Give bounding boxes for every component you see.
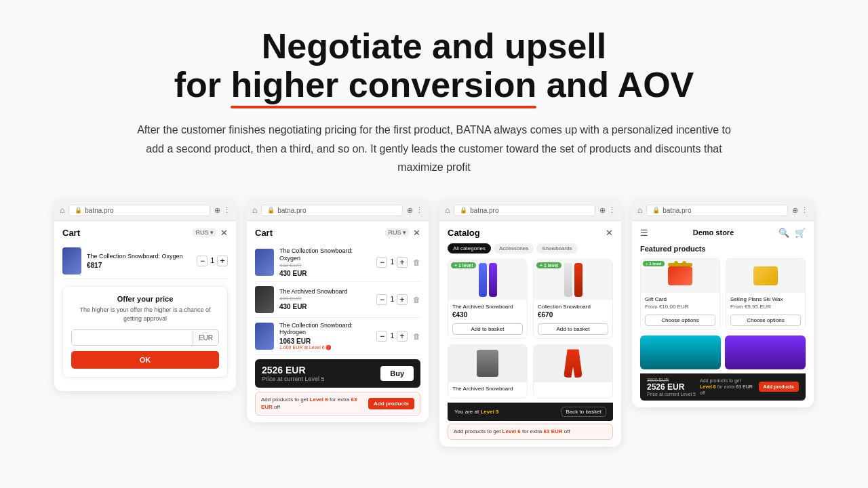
qty-minus-1-1[interactable]: − — [197, 256, 208, 266]
headline-section: Negotiate and upsell for higher conversi… — [174, 27, 694, 104]
offer-input[interactable] — [72, 330, 193, 345]
store-add-btn-4[interactable]: Add products — [759, 382, 800, 392]
catalog-header-3: Catalog ✕ — [448, 228, 613, 238]
catalog-title-3: Catalog — [448, 228, 480, 238]
store-title-4: Demo store — [693, 228, 734, 237]
browser-bar-3: ⌂ 🔒 batna.pro ⊕ ⋮ — [439, 201, 621, 221]
cart-panel-2: Cart RUS ▾ ✕ The Collection Snowboard: O… — [247, 221, 429, 422]
board-purple-3-1 — [489, 263, 497, 297]
product-img-3-4 — [534, 345, 612, 382]
cart-item-1-1: The Collection Snowboard: Oxygen €817 − … — [62, 243, 228, 279]
add-basket-btn-3-2[interactable]: Add to basket — [538, 323, 608, 335]
cart-header-2: Cart RUS ▾ ✕ — [255, 228, 420, 238]
offer-input-row: EUR — [71, 329, 219, 346]
cart-item-info-1-1: The Collection Snowboard: Oxygen €817 — [87, 253, 191, 269]
qty-control-2-3: − 1 + — [376, 331, 408, 342]
cart-item-info-2-3: The Collection Snowboard: Hydrogen 1063 … — [279, 322, 371, 351]
browser-url-3[interactable]: 🔒 batna.pro — [454, 205, 595, 216]
product-name-3-1: The Archived Snowboard — [452, 304, 523, 310]
qty-control-2-2: − 1 + — [376, 294, 408, 305]
store-product-4-2: Selling Plans Ski Wax From €9,95 EUR Cho… — [726, 258, 806, 330]
browser-url-1[interactable]: 🔒 batna.pro — [68, 205, 210, 216]
filter-all[interactable]: All categories — [448, 243, 491, 253]
qty-plus-2-1[interactable]: + — [397, 257, 408, 268]
card-1: ⌂ 🔒 batna.pro ⊕ ⋮ Cart RUS ▾ ✕ — [54, 201, 236, 391]
cart-controls-1: RUS ▾ ✕ — [193, 228, 228, 238]
choose-btn-4-2[interactable]: Choose options — [730, 314, 801, 326]
store-products-grid-4: + 1 level Gift Card From — [640, 258, 806, 330]
level-badge-4-1: + 1 level — [643, 261, 665, 266]
qty-num-2-3: 1 — [390, 332, 394, 340]
snowboard-row-preview — [640, 336, 806, 369]
cart-item-price-2-1: 430 EUR — [279, 270, 371, 277]
menu-icon-3: ⋮ — [608, 206, 616, 215]
snowboard-img-3-2 — [564, 263, 583, 297]
headline-line2: for higher conversion and AOV — [174, 66, 694, 104]
products-grid-3: + 1 level The Archived Snowboard €430 Ad… — [448, 259, 613, 399]
product-name-3-3: The Archived Snowboard — [452, 386, 523, 392]
choose-btn-4-1[interactable]: Choose options — [645, 314, 715, 326]
browser-actions-1: ⊕ ⋮ — [214, 206, 231, 215]
level-badge-3-2: + 1 level — [536, 262, 561, 268]
ok-button[interactable]: OK — [71, 351, 219, 369]
browser-url-4[interactable]: 🔒 batna.pro — [646, 205, 788, 216]
qty-plus-2-3[interactable]: + — [397, 331, 408, 342]
featured-title-4: Featured products — [640, 245, 806, 253]
buy-button-2[interactable]: Buy — [380, 366, 414, 381]
filter-accessories[interactable]: Accessories — [494, 243, 534, 253]
store-bottom-bar-4: 3800 EUR 2526 EUR Price at current Level… — [640, 373, 806, 401]
url-text-3: batna.pro — [470, 207, 498, 214]
store-nav-4: ☰ Demo store 🔍 🛒 — [640, 228, 806, 238]
cart-item-price-1-1: €817 — [87, 262, 191, 269]
lang-badge-1: RUS ▾ — [193, 228, 216, 237]
cart-icon-4[interactable]: 🛒 — [795, 228, 806, 238]
headline-aov: and AOV — [536, 65, 694, 104]
trash-icon-2-1[interactable]: 🗑 — [413, 258, 420, 266]
card-4: ⌂ 🔒 batna.pro ⊕ ⋮ ☰ Demo store 🔍 🛒 — [632, 201, 814, 407]
qty-minus-2-2[interactable]: − — [376, 294, 387, 305]
close-btn-1[interactable]: ✕ — [220, 228, 228, 238]
trash-icon-2-2[interactable]: 🗑 — [413, 296, 420, 304]
add-basket-btn-3-1[interactable]: Add to basket — [452, 323, 523, 335]
board-blue-3-1 — [479, 263, 487, 297]
cart-item-price-2-3: 1063 EUR — [279, 338, 371, 345]
tab-count-2: ⊕ — [407, 206, 413, 215]
cart-item-2-1: The Collection Snowboard: Oxygen 430 EUR… — [255, 243, 420, 282]
qty-plus-2-2[interactable]: + — [397, 294, 408, 305]
qty-minus-2-3[interactable]: − — [376, 331, 387, 342]
upsell-bar-2: Add products to get Level 6 for extra 63… — [255, 392, 420, 415]
tab-count-1: ⊕ — [214, 206, 220, 215]
card-3: ⌂ 🔒 batna.pro ⊕ ⋮ Catalog ✕ All categori… — [439, 201, 621, 447]
cart-item-name-2-2: The Archived Snowboard — [279, 288, 371, 296]
product-img-2-3 — [255, 323, 274, 350]
qty-plus-1-1[interactable]: + — [217, 256, 228, 266]
url-text-2: batna.pro — [277, 207, 306, 214]
trash-icon-2-3[interactable]: 🗑 — [413, 332, 420, 340]
level-bar-3: You are at Level 5 Back to basket — [448, 403, 613, 421]
store-panel-4: ☰ Demo store 🔍 🛒 Featured products + 1 l… — [632, 221, 814, 407]
cart-total-label-2: Price at current Level 5 — [262, 375, 325, 382]
back-to-basket-btn-3[interactable]: Back to basket — [561, 407, 606, 417]
hamburger-icon-4[interactable]: ☰ — [640, 228, 648, 238]
product-img-3-1: + 1 level — [448, 260, 527, 300]
product-info-3-4 — [534, 382, 612, 392]
cart-item-name-1-1: The Collection Snowboard: Oxygen — [87, 253, 191, 260]
product-card-3-1: + 1 level The Archived Snowboard €430 Ad… — [448, 259, 528, 339]
cart-panel-1: Cart RUS ▾ ✕ The Collection Snowboard: O… — [54, 221, 236, 391]
headline-for: for — [174, 65, 231, 104]
filter-tabs-3: All categories Accessories Snowboards — [448, 243, 613, 253]
filter-snowboards[interactable]: Snowboards — [536, 243, 577, 253]
search-icon-4[interactable]: 🔍 — [778, 228, 789, 238]
home-icon-4: ⌂ — [637, 205, 642, 215]
close-btn-2[interactable]: ✕ — [413, 228, 420, 238]
headline-highlight: higher conversion — [231, 66, 536, 104]
product-img-2-2 — [255, 286, 274, 313]
browser-url-2[interactable]: 🔒 batna.pro — [261, 205, 403, 216]
url-text-1: batna.pro — [85, 207, 113, 214]
catalog-close-3[interactable]: ✕ — [606, 228, 613, 238]
page-wrapper: Negotiate and upsell for higher conversi… — [0, 0, 868, 488]
qty-num-2-2: 1 — [390, 296, 394, 303]
add-products-btn-2[interactable]: Add products — [368, 398, 414, 409]
cart-total-row-2: 2526 EUR Price at current Level 5 Buy — [262, 365, 414, 382]
qty-minus-2-1[interactable]: − — [376, 257, 387, 268]
